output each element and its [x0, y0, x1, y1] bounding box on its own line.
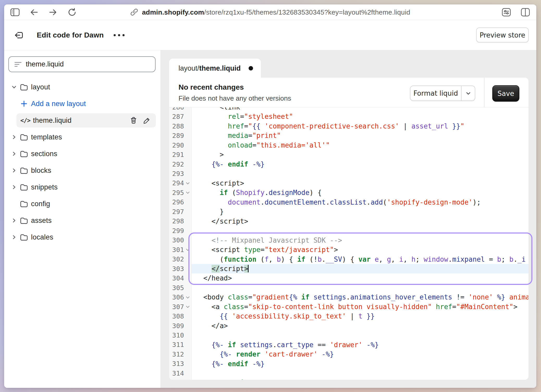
file-search[interactable] — [8, 56, 156, 72]
gutter-line[interactable]: 289 — [169, 131, 191, 140]
preview-store-button[interactable]: Preview store — [476, 27, 529, 43]
sidebar-item-sections[interactable]: sections — [4, 145, 161, 162]
gutter-line[interactable]: 301 — [169, 245, 191, 254]
gutter-line[interactable]: 309 — [169, 321, 191, 330]
more-actions-icon[interactable] — [114, 34, 125, 36]
gutter-line[interactable]: 305 — [169, 283, 191, 292]
sidebar-item-config[interactable]: config — [4, 195, 161, 212]
reload-icon[interactable] — [68, 8, 77, 16]
page-settings-icon[interactable] — [502, 8, 511, 16]
gutter-line[interactable]: 297 — [169, 207, 191, 216]
code-line[interactable]: {{ 'accessibility.skip_to_text' | t }} — [192, 311, 528, 321]
gutter-line[interactable]: 300 — [169, 236, 191, 245]
gutter-line[interactable]: 303 — [169, 264, 191, 273]
tab-layout-theme-liquid[interactable]: layout/theme.liquid — [169, 59, 261, 78]
code-line[interactable]: <link — [192, 107, 528, 112]
code-line[interactable]: {%- endif -%} — [192, 160, 528, 169]
search-input[interactable] — [26, 60, 151, 68]
editor-panel: No recent changes File does not have any… — [169, 78, 528, 380]
gutter-line[interactable]: 298 — [169, 217, 191, 226]
code-line[interactable]: if (Shopify.designMode) { — [192, 188, 528, 197]
gutter-line[interactable]: 311 — [169, 340, 191, 350]
code-line[interactable]: href="{{ 'component-predictive-search.cs… — [192, 121, 528, 131]
format-liquid-button[interactable]: Format liquid — [410, 85, 475, 101]
delete-file-icon[interactable] — [130, 117, 137, 124]
split-view-icon[interactable] — [521, 8, 530, 16]
exit-icon[interactable] — [14, 30, 24, 40]
filter-icon — [14, 61, 22, 68]
code-line[interactable] — [192, 369, 528, 378]
add-new-layout-link[interactable]: Add a new layout — [4, 95, 161, 112]
gutter-line[interactable]: 306 — [169, 292, 191, 302]
rename-file-icon[interactable] — [143, 117, 150, 124]
code-line[interactable]: <body class="gradient{% if settings.anim… — [192, 292, 528, 302]
gutter-line[interactable]: 299 — [169, 226, 191, 235]
sidebar-item-snippets[interactable]: snippets — [4, 179, 161, 195]
code-line[interactable]: <script> — [192, 179, 528, 188]
sidebar-item-locales[interactable]: locales — [4, 229, 161, 246]
code-editor[interactable]: 2862872882892902912922932942952962972982… — [169, 107, 528, 380]
fold-chevron-icon[interactable] — [184, 248, 191, 251]
gutter-line[interactable]: 302 — [169, 255, 191, 264]
code-line[interactable]: <script type="text/javascript"> — [192, 245, 528, 254]
gutter-line[interactable]: 313 — [169, 359, 191, 369]
code-line[interactable]: </a> — [192, 321, 528, 330]
gutter-line[interactable]: 295 — [169, 188, 191, 197]
code-pane[interactable]: <link rel="stylesheet" href="{{ 'compone… — [192, 107, 528, 380]
code-line[interactable] — [192, 169, 528, 178]
code-line[interactable]: (function (f, b) { if (!b.__SV) { var e,… — [192, 255, 528, 264]
address-bar[interactable]: admin.shopify.com/store/rzq1xu-f5/themes… — [130, 8, 410, 16]
save-button[interactable]: Save — [492, 85, 519, 102]
code-line[interactable]: onload="this.media='all'" — [192, 140, 528, 150]
code-line[interactable]: </head> — [192, 273, 528, 283]
sidebar-toggle-icon[interactable] — [10, 8, 20, 16]
code-line[interactable]: </script> — [192, 217, 528, 226]
fold-chevron-icon[interactable] — [184, 191, 191, 194]
code-line[interactable]: <!-- Mixpanel Javascript SDK --> — [192, 236, 528, 245]
code-line[interactable]: {%- endif -%} — [192, 359, 528, 369]
code-line[interactable]: <a class="skip-to-content-link button vi… — [192, 302, 528, 311]
chevron-down-icon[interactable] — [462, 86, 475, 101]
gutter-line[interactable]: 308 — [169, 311, 191, 321]
gutter-line[interactable]: 291 — [169, 150, 191, 159]
chevron-down-icon — [11, 84, 17, 90]
code-line[interactable] — [192, 283, 528, 292]
sidebar-item-assets[interactable]: assets — [4, 212, 161, 229]
gutter-line[interactable]: 288 — [169, 121, 191, 131]
code-line[interactable]: > — [192, 150, 528, 159]
gutter-line[interactable]: 304 — [169, 273, 191, 283]
gutter-line[interactable]: 287 — [169, 112, 191, 121]
sidebar-item-templates[interactable]: templates — [4, 129, 161, 145]
code-line[interactable]: </script> — [192, 264, 528, 273]
gutter-line[interactable]: 314 — [169, 369, 191, 378]
gutter-line[interactable]: 293 — [169, 169, 191, 178]
code-line[interactable]: {% sections 'header-group' %} — [192, 378, 528, 380]
code-line[interactable] — [192, 226, 528, 235]
gutter-line[interactable]: 286 — [169, 107, 191, 112]
gutter-line[interactable]: 315 — [169, 378, 191, 380]
gutter-line[interactable]: 307 — [169, 302, 191, 311]
code-line[interactable]: rel="stylesheet" — [192, 112, 528, 121]
forward-icon[interactable] — [49, 9, 57, 16]
fold-chevron-icon[interactable] — [184, 296, 191, 299]
sidebar-item-blocks[interactable]: blocks — [4, 162, 161, 179]
folder-icon — [20, 134, 28, 141]
code-line[interactable]: {%- render 'cart-drawer' -%} — [192, 350, 528, 359]
code-line[interactable]: media="print" — [192, 131, 528, 140]
gutter-line[interactable]: 310 — [169, 330, 191, 340]
code-line[interactable]: } — [192, 207, 528, 216]
gutter-line[interactable]: 312 — [169, 350, 191, 359]
chevron-right-icon — [11, 218, 17, 223]
gutter-line[interactable]: 294 — [169, 179, 191, 188]
code-line[interactable] — [192, 330, 528, 340]
sidebar-item-theme-liquid-selected[interactable]: </> theme.liquid — [16, 113, 156, 127]
code-line[interactable]: document.documentElement.classList.add('… — [192, 198, 528, 207]
gutter-line[interactable]: 296 — [169, 198, 191, 207]
sidebar-item-layout[interactable]: layout — [4, 79, 161, 95]
gutter-line[interactable]: 290 — [169, 140, 191, 150]
code-line[interactable]: {%- if settings.cart_type == 'drawer' -%… — [192, 340, 528, 350]
back-icon[interactable] — [30, 9, 38, 16]
fold-chevron-icon[interactable] — [184, 305, 191, 308]
gutter-line[interactable]: 292 — [169, 160, 191, 169]
fold-chevron-icon[interactable] — [184, 182, 191, 185]
